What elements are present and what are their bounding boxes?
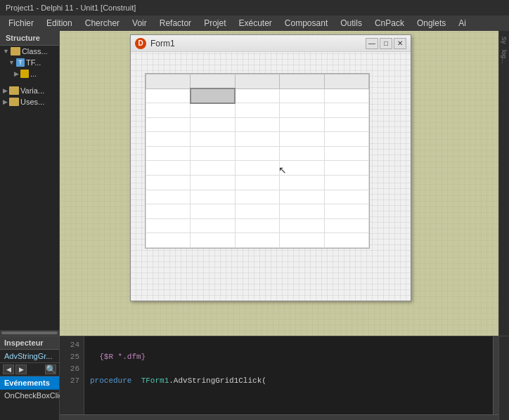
grid-cell[interactable]	[280, 132, 324, 147]
grid-cell[interactable]	[146, 204, 191, 219]
grid-cell[interactable]	[280, 103, 324, 118]
grid-cell[interactable]	[324, 103, 368, 118]
grid-cell[interactable]	[146, 74, 191, 89]
menu-refactor[interactable]: Refactor	[154, 15, 197, 31]
grid-cell[interactable]	[191, 161, 235, 176]
grid-cell[interactable]	[191, 204, 235, 219]
grid-cell[interactable]	[191, 74, 235, 89]
menu-onglets[interactable]: Onglets	[411, 15, 451, 31]
grid-cell[interactable]	[146, 218, 191, 233]
grid-cell[interactable]	[191, 190, 235, 204]
grid-cell[interactable]	[235, 218, 279, 233]
grid-cell[interactable]	[235, 132, 279, 147]
code-scrollbar-h[interactable]	[60, 414, 498, 420]
menu-fichier[interactable]: Fichier	[3, 15, 39, 31]
grid-cell[interactable]	[235, 74, 279, 89]
grid-cell[interactable]	[191, 233, 235, 248]
grid-cell[interactable]	[324, 88, 368, 103]
grid-cell[interactable]	[146, 117, 191, 132]
grid-cell[interactable]	[280, 88, 324, 103]
grid-cell[interactable]	[235, 103, 279, 118]
grid-cell[interactable]	[324, 117, 368, 132]
grid-cell[interactable]	[146, 146, 191, 161]
grid-cell[interactable]	[235, 117, 279, 132]
inspector-left-button[interactable]: ◀	[3, 365, 14, 374]
form1-close-button[interactable]: ✕	[394, 38, 406, 49]
form1-maximize-button[interactable]: □	[380, 38, 392, 49]
grid-cell[interactable]	[146, 190, 191, 204]
menu-voir[interactable]: Voir	[127, 15, 153, 31]
scroll-handle[interactable]	[0, 330, 59, 336]
grid-cell[interactable]	[235, 190, 279, 204]
form1-body[interactable]: ↖	[131, 52, 411, 301]
tree-item-uses[interactable]: ▶ Uses...	[0, 96, 59, 107]
grid-cell[interactable]	[280, 204, 324, 219]
grid-cell[interactable]	[324, 190, 368, 204]
form1-window[interactable]: D Form1 — □ ✕ ↖	[130, 34, 411, 301]
grid-cell[interactable]	[280, 218, 324, 233]
grid-cell[interactable]	[146, 132, 191, 147]
grid-cell[interactable]	[235, 161, 279, 176]
menu-composant[interactable]: Composant	[279, 15, 333, 31]
tree-item-field[interactable]: ▶ ...	[11, 68, 59, 79]
grid-cell[interactable]	[191, 132, 235, 147]
grid-cell[interactable]	[280, 117, 324, 132]
events-tab[interactable]: Evénements	[0, 376, 59, 390]
grid-cell[interactable]	[280, 176, 324, 190]
inspector-search-icon[interactable]: 🔍	[45, 365, 56, 374]
grid-cell[interactable]	[324, 218, 368, 233]
grid-cell[interactable]	[146, 161, 191, 176]
tree-item-tf[interactable]: ▼ T TF...	[6, 57, 59, 68]
tree-item-varia[interactable]: ▶ Varia...	[0, 85, 59, 96]
grid-cell[interactable]	[280, 161, 324, 176]
grid-cell[interactable]	[324, 132, 368, 147]
grid-cell[interactable]	[235, 88, 279, 103]
grid-cell[interactable]	[191, 176, 235, 190]
tree-item-class[interactable]: ▼ Class...	[0, 46, 59, 57]
grid-cell[interactable]	[324, 146, 368, 161]
grid-cell[interactable]	[324, 74, 368, 89]
event-item-oncheckboxclick[interactable]: OnCheckBoxClick	[0, 390, 59, 401]
grid-cell[interactable]	[146, 233, 191, 248]
menu-chercher[interactable]: Chercher	[79, 15, 125, 31]
table-row	[146, 103, 369, 118]
grid-cell[interactable]	[191, 146, 235, 161]
grid-cell[interactable]	[280, 146, 324, 161]
inspector-component[interactable]: AdvStringGr...	[0, 350, 59, 363]
grid-cell[interactable]	[324, 204, 368, 219]
grid-cell[interactable]	[280, 74, 324, 89]
grid-cell[interactable]	[146, 88, 191, 103]
grid-cell[interactable]	[235, 146, 279, 161]
grid-cell[interactable]	[324, 161, 368, 176]
grid-cell[interactable]	[280, 190, 324, 204]
grid-cell[interactable]	[280, 233, 324, 248]
menu-executer[interactable]: Exécuter	[233, 15, 277, 31]
grid-cell[interactable]	[146, 103, 191, 118]
grid-cell[interactable]	[324, 233, 368, 248]
grid-cell[interactable]	[191, 103, 235, 118]
grid-cell[interactable]	[191, 117, 235, 132]
code-line-24	[90, 339, 487, 351]
table-row	[146, 204, 369, 219]
design-area[interactable]: D Form1 — □ ✕ ↖	[60, 31, 498, 336]
form1-titlebar[interactable]: D Form1 — □ ✕	[131, 35, 411, 52]
code-content[interactable]: {$R *.dfm} procedure TForm1.AdvStringGri…	[84, 336, 493, 414]
grid-cell[interactable]	[146, 176, 191, 190]
code-line-27: procedure TForm1.AdvStringGrid1Click(	[90, 375, 487, 387]
grid-cell[interactable]	[235, 176, 279, 190]
grid-cell[interactable]	[324, 176, 368, 190]
grid-cell[interactable]	[235, 233, 279, 248]
grid-cell[interactable]	[235, 204, 279, 219]
menu-cnpack[interactable]: CnPack	[369, 15, 410, 31]
form1-minimize-button[interactable]: —	[366, 38, 378, 49]
code-scrollbar-v[interactable]	[493, 336, 498, 414]
code-editor[interactable]: 24 25 26 27 {$R *.dfm} procedure TForm1.…	[60, 336, 498, 420]
grid-cell[interactable]	[191, 88, 235, 103]
adv-string-grid[interactable]	[145, 73, 370, 249]
grid-cell[interactable]	[191, 218, 235, 233]
menu-outils[interactable]: Outils	[335, 15, 368, 31]
menu-ai[interactable]: Ai	[453, 15, 472, 31]
menu-edition[interactable]: Edition	[41, 15, 78, 31]
menu-projet[interactable]: Projet	[198, 15, 231, 31]
inspector-right-button[interactable]: ▶	[15, 365, 27, 374]
